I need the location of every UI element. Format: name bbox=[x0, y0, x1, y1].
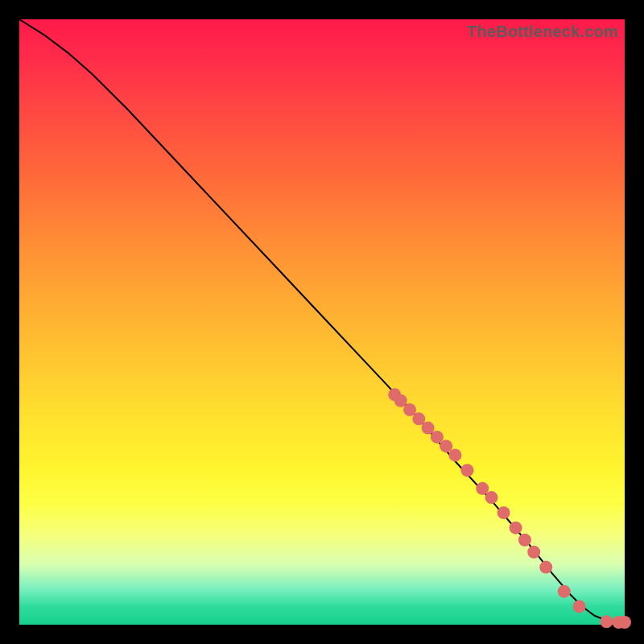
data-dot bbox=[403, 403, 416, 416]
data-dot bbox=[573, 600, 586, 613]
data-dot bbox=[539, 561, 552, 574]
curve-line bbox=[19, 19, 625, 622]
data-dot bbox=[485, 491, 498, 504]
data-dot bbox=[558, 585, 571, 598]
data-dot bbox=[527, 546, 540, 559]
chart-stage: TheBottleneck.com bbox=[0, 0, 644, 644]
data-dot bbox=[510, 522, 522, 535]
data-dot bbox=[431, 431, 444, 444]
data-dot bbox=[460, 464, 473, 477]
data-dot bbox=[440, 440, 452, 452]
data-dot bbox=[600, 615, 613, 628]
data-dot bbox=[518, 534, 531, 547]
data-dot bbox=[422, 422, 435, 435]
plot-area: TheBottleneck.com bbox=[19, 19, 625, 625]
data-dot bbox=[476, 482, 489, 495]
data-dot bbox=[497, 506, 510, 519]
data-dots-group bbox=[388, 388, 631, 629]
data-dot bbox=[618, 616, 631, 629]
data-dot bbox=[412, 412, 425, 425]
data-dot bbox=[448, 448, 461, 461]
data-dot bbox=[394, 394, 407, 407]
chart-svg bbox=[19, 19, 625, 625]
